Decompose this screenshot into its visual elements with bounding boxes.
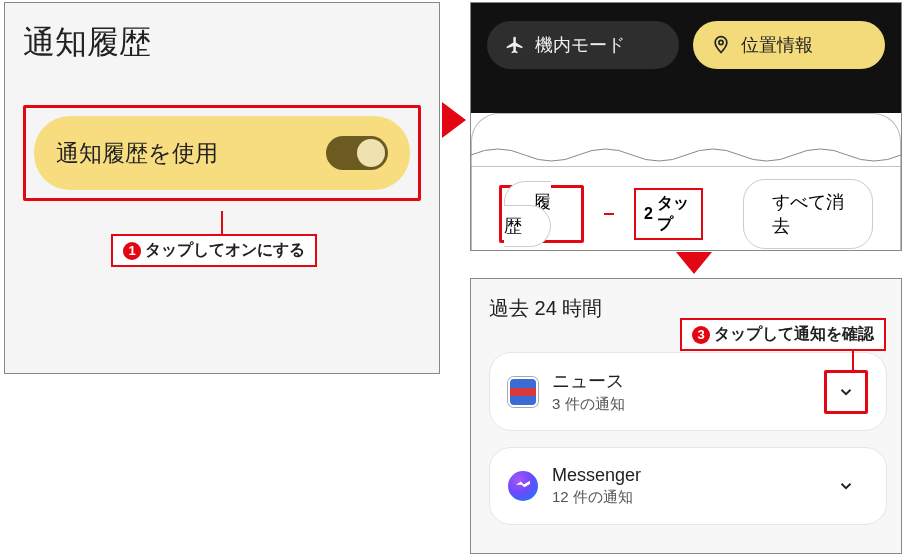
notification-text: ニュース 3 件の通知 — [552, 369, 810, 414]
sheet-button-row: 履歴 2 タップ すべて消去 — [471, 179, 901, 249]
callout-connector — [604, 213, 614, 215]
arrow-down-icon — [676, 252, 712, 274]
location-label: 位置情報 — [741, 33, 813, 57]
callout-number-3: 3 — [692, 326, 710, 344]
arrow-right-icon — [442, 102, 466, 138]
app-name: ニュース — [552, 369, 810, 393]
callout-1-text: タップしてオンにする — [145, 240, 305, 261]
notification-group-messenger[interactable]: Messenger 12 件の通知 — [489, 447, 887, 525]
toggle-switch-on[interactable] — [326, 136, 388, 170]
svg-point-0 — [719, 40, 723, 44]
messenger-app-icon — [508, 471, 538, 501]
notification-text: Messenger 12 件の通知 — [552, 465, 810, 507]
callout-connector — [221, 211, 223, 236]
location-chip[interactable]: 位置情報 — [693, 21, 885, 69]
highlight-box-history-btn: 履歴 — [499, 185, 584, 243]
notification-count: 12 件の通知 — [552, 488, 810, 507]
highlight-box-toggle: 通知履歴を使用 — [23, 105, 421, 201]
expand-chevron-highlighted[interactable] — [824, 370, 868, 414]
airplane-icon — [505, 35, 525, 55]
settings-screen: 通知履歴 通知履歴を使用 1 タップしてオンにする — [4, 2, 440, 374]
airplane-mode-chip[interactable]: 機内モード — [487, 21, 679, 69]
use-notification-history-row[interactable]: 通知履歴を使用 — [34, 116, 410, 190]
notification-count: 3 件の通知 — [552, 395, 810, 414]
app-name: Messenger — [552, 465, 810, 486]
callout-number-2: 2 — [644, 205, 653, 223]
notification-group-news[interactable]: ニュース 3 件の通知 — [489, 352, 887, 431]
airplane-mode-label: 機内モード — [535, 33, 625, 57]
clear-all-button[interactable]: すべて消去 — [743, 179, 873, 249]
expand-chevron[interactable] — [824, 464, 868, 508]
callout-number-1: 1 — [123, 242, 141, 260]
torn-edge-graphic — [471, 143, 901, 167]
callout-3: 3 タップして通知を確認 — [680, 318, 886, 351]
callout-3-text: タップして通知を確認 — [714, 324, 874, 345]
page-title: 通知履歴 — [23, 21, 421, 65]
callout-2-text: タップ — [657, 193, 693, 235]
news-app-icon — [508, 377, 538, 407]
notification-shade-screen: 機内モード 位置情報 履歴 2 タップ すべて消去 — [470, 2, 902, 251]
location-icon — [711, 35, 731, 55]
quick-settings-bar: 機内モード 位置情報 — [471, 3, 901, 113]
toggle-label: 通知履歴を使用 — [56, 138, 218, 169]
callout-2: 2 タップ — [634, 188, 703, 240]
callout-1: 1 タップしてオンにする — [111, 234, 317, 267]
callout-connector — [852, 348, 854, 370]
history-button[interactable]: 履歴 — [504, 181, 551, 247]
